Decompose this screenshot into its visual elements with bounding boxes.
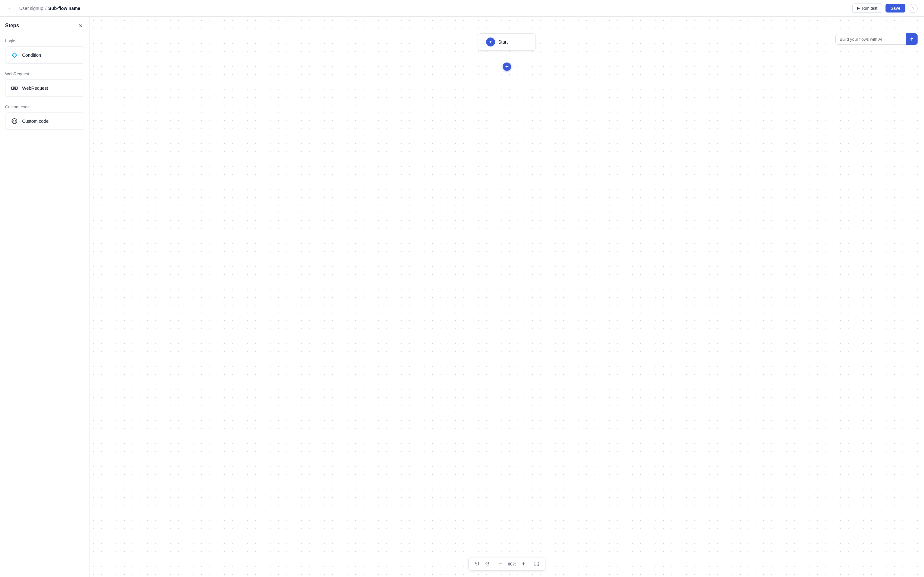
close-sidebar-button[interactable]: ✕ bbox=[77, 22, 84, 29]
canvas[interactable]: Start + bbox=[90, 17, 924, 577]
start-label: Start bbox=[498, 39, 508, 45]
undo-button[interactable] bbox=[473, 559, 481, 568]
ai-input[interactable] bbox=[835, 34, 906, 45]
section-label-logic: Logic bbox=[5, 39, 84, 43]
start-node[interactable]: Start bbox=[478, 33, 536, 51]
main-layout: Steps ✕ Logic Condition WebRequest bbox=[0, 17, 924, 577]
run-test-label: Run test bbox=[862, 6, 877, 11]
section-label-webrequest: WebRequest bbox=[5, 71, 84, 76]
toolbar-divider-2 bbox=[530, 561, 530, 567]
breadcrumb: User signup / Sub-flow name bbox=[19, 6, 80, 11]
ai-submit-button[interactable] bbox=[906, 33, 918, 45]
start-icon bbox=[486, 37, 495, 47]
help-button[interactable]: ? bbox=[909, 4, 918, 13]
step-card-customcode[interactable]: Custom code bbox=[5, 113, 84, 130]
bottom-toolbar: 80% bbox=[468, 557, 545, 571]
zoom-out-button[interactable] bbox=[496, 559, 505, 568]
header-right: ▶ Run test Save ? bbox=[853, 3, 918, 13]
save-button[interactable]: Save bbox=[885, 4, 905, 13]
sidebar: Steps ✕ Logic Condition WebRequest bbox=[0, 17, 90, 577]
sidebar-title: Steps bbox=[5, 23, 19, 29]
run-test-button[interactable]: ▶ Run test bbox=[853, 3, 882, 13]
back-button[interactable]: ← bbox=[6, 4, 15, 13]
redo-button[interactable] bbox=[483, 559, 492, 568]
zoom-level: 80% bbox=[506, 562, 518, 566]
webrequest-label: WebRequest bbox=[22, 85, 48, 91]
ai-input-container bbox=[835, 33, 918, 45]
header: ← User signup / Sub-flow name ▶ Run test… bbox=[0, 0, 924, 17]
zoom-in-button[interactable] bbox=[519, 559, 528, 568]
customcode-icon bbox=[10, 117, 19, 126]
breadcrumb-parent[interactable]: User signup bbox=[19, 6, 43, 11]
customcode-label: Custom code bbox=[22, 119, 48, 124]
condition-label: Condition bbox=[22, 53, 41, 58]
breadcrumb-current: Sub-flow name bbox=[48, 6, 81, 11]
play-icon: ▶ bbox=[857, 6, 860, 10]
add-node-button[interactable]: + bbox=[503, 63, 511, 71]
header-left: ← User signup / Sub-flow name bbox=[6, 4, 80, 13]
flow-area: Start + bbox=[90, 17, 924, 577]
toolbar-divider-1 bbox=[494, 561, 494, 567]
svg-point-0 bbox=[11, 55, 13, 56]
condition-icon bbox=[10, 51, 19, 60]
fit-button[interactable] bbox=[532, 559, 541, 568]
step-card-webrequest[interactable]: WebRequest bbox=[5, 79, 84, 97]
step-card-condition[interactable]: Condition bbox=[5, 47, 84, 64]
section-label-customcode: Custom code bbox=[5, 105, 84, 109]
breadcrumb-separator: / bbox=[45, 6, 47, 11]
webrequest-icon bbox=[10, 84, 19, 93]
sidebar-header: Steps ✕ bbox=[5, 22, 84, 29]
